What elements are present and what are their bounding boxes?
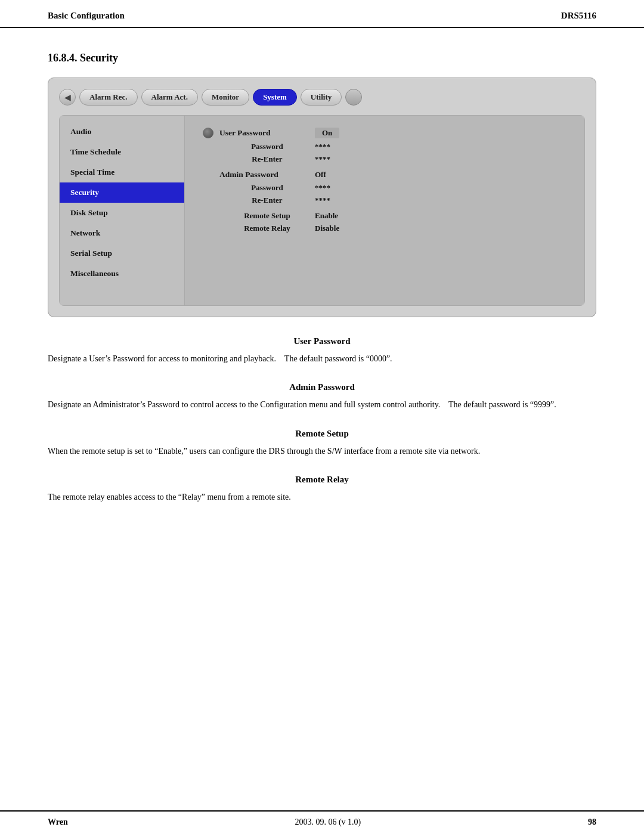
remote-setup-label: Remote Setup bbox=[219, 211, 315, 221]
menu-item-time-schedule[interactable]: Time Schedule bbox=[60, 142, 184, 162]
admin-password-label: Admin Password bbox=[219, 170, 315, 179]
main-content: 16.8.4. Security ◀ Alarm Rec. Alarm Act.… bbox=[0, 28, 644, 545]
tab-alarm-act[interactable]: Alarm Act. bbox=[141, 89, 198, 106]
remote-relay-label: Remote Relay bbox=[219, 224, 315, 233]
user-reenter-row: Re-Enter **** bbox=[219, 154, 566, 164]
desc-user-password: User Password Designate a User’s Passwor… bbox=[48, 336, 596, 366]
admin-pw-label: Password bbox=[219, 183, 315, 193]
tab-back-arrow[interactable]: ◀ bbox=[59, 89, 76, 106]
desc-remote-relay: Remote Relay The remote relay enables ac… bbox=[48, 475, 596, 504]
reenter-label: Re-Enter bbox=[219, 154, 315, 164]
header-left: Basic Configuration bbox=[48, 11, 125, 21]
tab-system[interactable]: System bbox=[253, 89, 297, 106]
content-area: User Password On Password **** Re-Enter … bbox=[185, 116, 584, 305]
footer-right: 98 bbox=[588, 817, 596, 827]
menu-item-special-time[interactable]: Special Time bbox=[60, 162, 184, 182]
inner-panel: Audio Time Schedule Special Time Securit… bbox=[59, 115, 585, 306]
desc-user-password-title: User Password bbox=[48, 336, 596, 346]
footer-left: Wren bbox=[48, 817, 68, 827]
password-label: Password bbox=[219, 142, 315, 151]
admin-password-header-row: Admin Password Off bbox=[203, 170, 566, 179]
desc-remote-setup-title: Remote Setup bbox=[48, 429, 596, 439]
tab-monitor[interactable]: Monitor bbox=[202, 89, 249, 106]
admin-password-value: Off bbox=[315, 170, 326, 179]
tab-bar: ◀ Alarm Rec. Alarm Act. Monitor System U… bbox=[59, 89, 585, 106]
desc-admin-password: Admin Password Designate an Administrato… bbox=[48, 382, 596, 411]
ui-screenshot-box: ◀ Alarm Rec. Alarm Act. Monitor System U… bbox=[48, 78, 596, 317]
sidebar-menu: Audio Time Schedule Special Time Securit… bbox=[60, 116, 185, 305]
page-header: Basic Configuration DRS5116 bbox=[0, 0, 644, 28]
header-right: DRS5116 bbox=[561, 11, 596, 21]
admin-reenter-value: **** bbox=[315, 196, 330, 205]
admin-reenter-row: Re-Enter **** bbox=[219, 196, 566, 205]
admin-reenter-label: Re-Enter bbox=[219, 196, 315, 205]
desc-remote-setup: Remote Setup When the remote setup is se… bbox=[48, 429, 596, 458]
desc-admin-password-title: Admin Password bbox=[48, 382, 596, 392]
user-password-label: User Password bbox=[219, 128, 315, 138]
remote-setup-row: Remote Setup Enable bbox=[219, 211, 566, 221]
user-password-row: Password **** bbox=[219, 142, 566, 151]
desc-admin-password-text: Designate an Administrator’s Password to… bbox=[48, 398, 596, 411]
footer-center: 2003. 09. 06 (v 1.0) bbox=[295, 817, 361, 827]
user-password-circle-icon bbox=[203, 128, 213, 138]
desc-remote-setup-text: When the remote setup is set to “Enable,… bbox=[48, 445, 596, 458]
section-title: 16.8.4. Security bbox=[48, 52, 596, 64]
user-password-value: On bbox=[315, 128, 339, 138]
tab-extra-circle[interactable] bbox=[345, 89, 362, 106]
desc-remote-relay-title: Remote Relay bbox=[48, 475, 596, 485]
menu-item-miscellaneous[interactable]: Miscellaneous bbox=[60, 264, 184, 284]
menu-item-network[interactable]: Network bbox=[60, 223, 184, 243]
menu-item-security[interactable]: Security bbox=[60, 182, 184, 203]
remote-setup-value: Enable bbox=[315, 211, 338, 221]
tab-alarm-rec[interactable]: Alarm Rec. bbox=[79, 89, 138, 106]
menu-item-disk-setup[interactable]: Disk Setup bbox=[60, 203, 184, 223]
reenter-value: **** bbox=[315, 154, 330, 164]
desc-remote-relay-text: The remote relay enables access to the “… bbox=[48, 491, 596, 504]
desc-user-password-text: Designate a User’s Password for access t… bbox=[48, 352, 596, 366]
password-value: **** bbox=[315, 142, 330, 151]
admin-password-row: Password **** bbox=[219, 183, 566, 193]
tab-utility[interactable]: Utility bbox=[301, 89, 342, 106]
remote-relay-row: Remote Relay Disable bbox=[219, 224, 566, 233]
menu-item-serial-setup[interactable]: Serial Setup bbox=[60, 243, 184, 264]
page-footer: Wren 2003. 09. 06 (v 1.0) 98 bbox=[0, 810, 644, 833]
admin-pw-value: **** bbox=[315, 183, 330, 193]
menu-item-audio[interactable]: Audio bbox=[60, 122, 184, 142]
remote-relay-value: Disable bbox=[315, 224, 339, 233]
user-password-header-row: User Password On bbox=[203, 128, 566, 138]
